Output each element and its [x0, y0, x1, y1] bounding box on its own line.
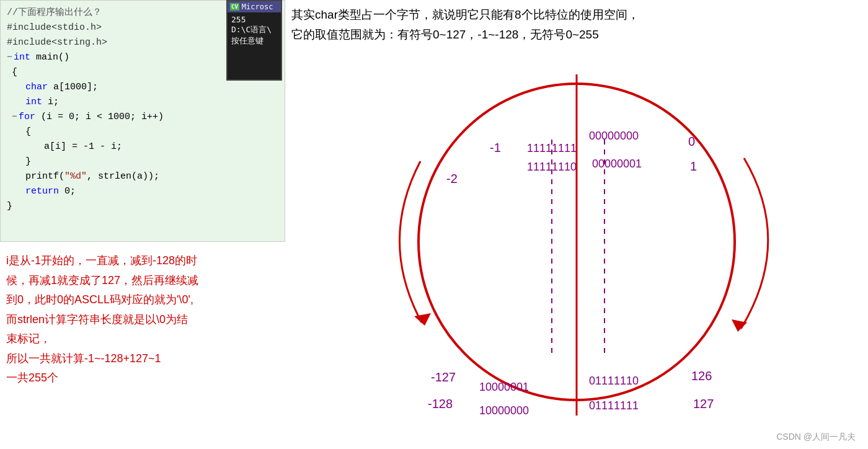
terminal-line3: 按任意键: [231, 35, 277, 47]
label-00000000: 00000000: [589, 130, 639, 142]
label-neg1: -1: [490, 141, 501, 154]
explanation-text: i是从-1开始的，一直减，减到-128的时 候，再减1就变成了127，然后再继续…: [6, 251, 279, 388]
code-line11: printf("%d", strlen(a));: [25, 169, 278, 184]
left-arrow-head: [414, 313, 431, 326]
code-line3: int main(): [14, 50, 69, 65]
explanation-line7: 一共255个: [6, 368, 279, 388]
code-line13: }: [7, 199, 278, 214]
explanation-line1: i是从-1开始的，一直减，减到-128的时: [6, 251, 279, 271]
explanation-line5: 束标记，: [6, 329, 279, 349]
explanation-line4: 而strlen计算字符串长度就是以\0为结: [6, 310, 279, 330]
code-line12: return 0;: [25, 184, 278, 199]
terminal-title-text: Microsc: [242, 2, 273, 11]
label-neg127: -127: [431, 370, 456, 384]
minus-icon: −: [7, 50, 12, 65]
label-neg128: -128: [428, 397, 453, 411]
label-neg2: -2: [446, 172, 458, 185]
label-10000000: 10000000: [479, 404, 529, 417]
terminal-panel: CV Microsc 255 D:\C语言\ 按任意键: [226, 0, 282, 81]
explanation-line3: 到0，此时0的ASCLL码对应的就为'\0',: [6, 290, 279, 310]
label-11111110: 11111110: [527, 161, 577, 173]
label-1: 1: [690, 159, 697, 173]
circle-diagram: -1 11111111 00000000 0 00000001 1 111111…: [347, 37, 818, 434]
label-00000001: 00000001: [592, 158, 642, 170]
code-line10: }: [25, 154, 278, 169]
terminal-line2: D:\C语言\: [231, 24, 277, 35]
terminal-title: CV Microsc: [228, 1, 281, 12]
code-line5: char a[1000];: [25, 80, 278, 95]
code-line7: for (i = 0; i < 1000; i++): [19, 110, 164, 125]
code-line6: int i;: [25, 95, 278, 110]
description-line1: 其实char类型占一个字节，就说明它只能有8个比特位的使用空间，: [291, 5, 856, 25]
code-line7-container: − for (i = 0; i < 1000; i++): [12, 110, 278, 125]
circle-svg: -1 11111111 00000000 0 00000001 1 111111…: [347, 37, 818, 434]
explanation-line2: 候，再减1就变成了127，然后再继续减: [6, 271, 279, 291]
code-line9: a[i] = -1 - i;: [44, 140, 278, 154]
label-0: 0: [688, 135, 695, 148]
right-arrow-curve: [741, 158, 768, 329]
label-127: 127: [693, 397, 714, 411]
minus-for-icon: −: [12, 110, 17, 125]
terminal-line1: 255: [231, 15, 277, 24]
label-10000001: 10000001: [479, 381, 529, 393]
cv-icon: CV: [230, 3, 239, 11]
label-01111111: 01111111: [589, 399, 639, 412]
label-01111110: 01111110: [589, 375, 639, 387]
explanation-line6: 所以一共就计算-1~-128+127~1: [6, 349, 279, 369]
watermark: CSDN @人间一凡夫: [776, 432, 856, 443]
label-11111111: 11111111: [527, 142, 577, 154]
label-126: 126: [691, 369, 712, 383]
code-line8: {: [25, 125, 278, 140]
